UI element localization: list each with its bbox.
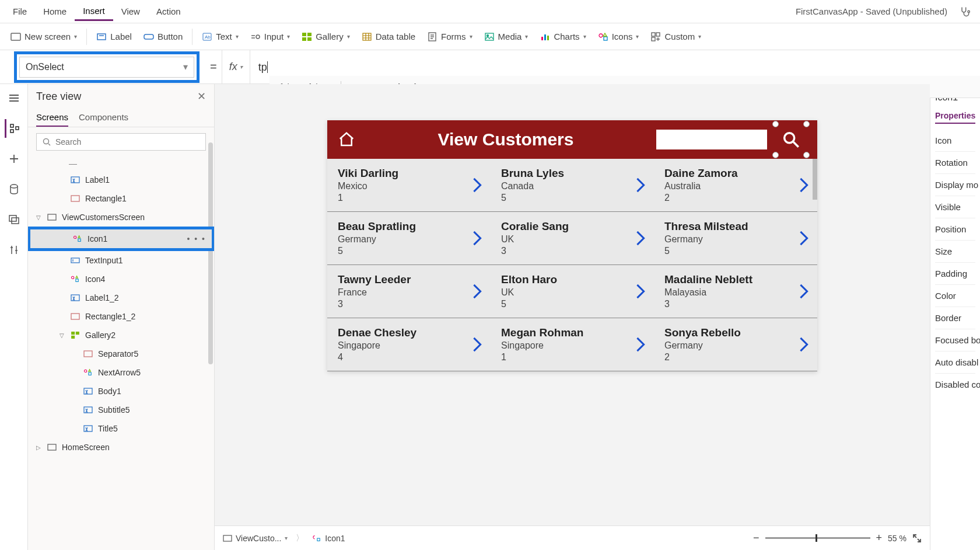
- expand-icon[interactable]: ▷: [35, 444, 42, 451]
- media-rail-icon[interactable]: [5, 210, 23, 229]
- menu-home[interactable]: Home: [35, 3, 75, 20]
- tree-item-HomeScreen[interactable]: ▷HomeScreen: [28, 438, 214, 457]
- breadcrumb-control[interactable]: Icon1: [312, 534, 345, 543]
- chevron-right-icon[interactable]: [799, 336, 809, 353]
- tree-view-rail-icon[interactable]: [5, 119, 23, 138]
- gallery-cell[interactable]: Thresa MilsteadGermany5: [654, 212, 817, 265]
- gallery-button[interactable]: Gallery▾: [296, 28, 356, 46]
- gallery[interactable]: Viki DarlingMexico1Bruna LylesCanada5Dai…: [327, 159, 817, 371]
- tree-item-NextArrow5[interactable]: NextArrow5: [28, 363, 214, 382]
- canvas-search-input[interactable]: [656, 130, 767, 149]
- gallery-cell[interactable]: Madaline NeblettMalayasia3: [654, 265, 817, 318]
- tree-item-Subtitle5[interactable]: Subtitle5: [28, 401, 214, 419]
- tree-item-Body1[interactable]: Body1: [28, 382, 214, 401]
- menu-action[interactable]: Action: [148, 3, 189, 20]
- chevron-right-icon[interactable]: [799, 177, 809, 193]
- tree-item-Rectangle1_2[interactable]: Rectangle1_2: [28, 307, 214, 326]
- tree-item-Label1_2[interactable]: Label1_2: [28, 288, 214, 307]
- property-row[interactable]: Rotation: [935, 151, 975, 173]
- property-row[interactable]: Padding: [935, 262, 975, 284]
- gallery-cell[interactable]: Denae ChesleySingapore4: [327, 318, 491, 371]
- charts-button[interactable]: Charts▾: [534, 28, 592, 46]
- stethoscope-icon[interactable]: [954, 6, 975, 18]
- button-button[interactable]: Button: [138, 28, 188, 46]
- forms-button[interactable]: Forms▾: [421, 28, 478, 46]
- tab-components[interactable]: Components: [79, 109, 128, 127]
- tree-item-Separator5[interactable]: Separator5: [28, 344, 214, 363]
- formula-input[interactable]: tp: [250, 61, 980, 74]
- text-button[interactable]: Ab Text▾: [196, 28, 244, 46]
- gallery-cell[interactable]: Daine ZamoraAustralia2: [654, 159, 817, 212]
- property-row[interactable]: Visible: [935, 196, 975, 218]
- gallery-cell[interactable]: Bruna LylesCanada5: [491, 159, 654, 212]
- tree-item-ViewCustomersScreen[interactable]: ▽ViewCustomersScreen: [28, 208, 214, 227]
- more-icon[interactable]: • • •: [187, 234, 206, 243]
- property-row[interactable]: Position: [935, 218, 975, 240]
- chevron-right-icon[interactable]: [472, 336, 482, 353]
- chevron-right-icon[interactable]: [472, 230, 482, 246]
- tree-item-Title5[interactable]: Title5: [28, 419, 214, 438]
- selection-handle[interactable]: [772, 121, 779, 127]
- property-row[interactable]: Border: [935, 307, 975, 329]
- selection-handle[interactable]: [772, 152, 779, 158]
- gallery-cell[interactable]: Elton HaroUK5: [491, 265, 654, 318]
- tree-item-Icon1[interactable]: Icon1• • •: [28, 227, 214, 251]
- fx-dropdown[interactable]: fx ▾: [222, 50, 250, 83]
- expand-icon[interactable]: ▽: [58, 332, 65, 339]
- data-table-button[interactable]: Data table: [356, 28, 421, 46]
- chevron-right-icon[interactable]: [635, 283, 646, 300]
- media-button[interactable]: Media▾: [478, 28, 534, 46]
- gallery-cell[interactable]: Viki DarlingMexico1: [327, 159, 491, 212]
- breadcrumb-screen[interactable]: ViewCusto... ▾: [223, 534, 288, 543]
- tab-screens[interactable]: Screens: [36, 109, 68, 127]
- zoom-out-button[interactable]: −: [753, 532, 760, 544]
- gallery-cell[interactable]: Megan RohmanSingapore1: [491, 318, 654, 371]
- chevron-right-icon[interactable]: [472, 283, 482, 300]
- tree-collapse[interactable]: —: [28, 159, 214, 170]
- selection-handle[interactable]: [803, 152, 810, 158]
- property-row[interactable]: Auto disabl: [935, 351, 975, 373]
- zoom-slider[interactable]: [765, 537, 870, 539]
- input-button[interactable]: Input▾: [244, 28, 296, 46]
- tree-item-TextInput1[interactable]: TextInput1: [28, 251, 214, 270]
- chevron-right-icon[interactable]: [635, 177, 646, 193]
- chevron-right-icon[interactable]: [799, 283, 809, 300]
- property-row[interactable]: Focused bo: [935, 329, 975, 351]
- tree-item-Label1[interactable]: Label1: [28, 170, 214, 189]
- property-dropdown[interactable]: OnSelect ▾: [19, 57, 194, 78]
- tools-rail-icon[interactable]: [5, 241, 23, 259]
- gallery-scrollbar[interactable]: [813, 159, 817, 200]
- properties-tab[interactable]: Properties: [935, 109, 975, 124]
- new-screen-button[interactable]: New screen▾: [5, 28, 83, 46]
- close-icon[interactable]: ✕: [197, 90, 206, 103]
- gallery-cell[interactable]: Coralie SangUK3: [491, 212, 654, 265]
- add-rail-icon[interactable]: [5, 149, 23, 168]
- chevron-right-icon[interactable]: [472, 177, 482, 193]
- gallery-cell[interactable]: Tawny LeederFrance3: [327, 265, 491, 318]
- custom-button[interactable]: Custom▾: [645, 28, 707, 46]
- zoom-in-button[interactable]: +: [876, 532, 883, 544]
- chevron-right-icon[interactable]: [799, 230, 809, 246]
- home-icon[interactable]: [338, 131, 355, 148]
- search-input[interactable]: [55, 137, 200, 147]
- property-row[interactable]: Size: [935, 240, 975, 262]
- chevron-right-icon[interactable]: [635, 336, 646, 353]
- icons-button[interactable]: Icons▾: [592, 28, 645, 46]
- tree-item-Gallery2[interactable]: ▽Gallery2: [28, 326, 214, 344]
- menu-file[interactable]: File: [5, 3, 35, 20]
- property-row[interactable]: Icon: [935, 130, 975, 151]
- expand-icon[interactable]: ▽: [35, 214, 42, 221]
- property-row[interactable]: Color: [935, 284, 975, 307]
- tree-item-Icon4[interactable]: Icon4: [28, 270, 214, 288]
- label-button[interactable]: Label: [90, 28, 138, 46]
- hamburger-icon[interactable]: [5, 89, 23, 107]
- chevron-right-icon[interactable]: [635, 230, 646, 246]
- selection-handle[interactable]: [803, 121, 810, 127]
- gallery-cell[interactable]: Sonya RebelloGermany2: [654, 318, 817, 371]
- gallery-cell[interactable]: Beau SpratlingGermany5: [327, 212, 491, 265]
- tree-search[interactable]: [36, 133, 206, 151]
- menu-insert[interactable]: Insert: [75, 2, 113, 21]
- expand-icon[interactable]: [912, 534, 922, 543]
- canvas[interactable]: View Customers Viki DarlingMexico1Bruna …: [327, 120, 817, 371]
- property-row[interactable]: Disabled co: [935, 373, 975, 395]
